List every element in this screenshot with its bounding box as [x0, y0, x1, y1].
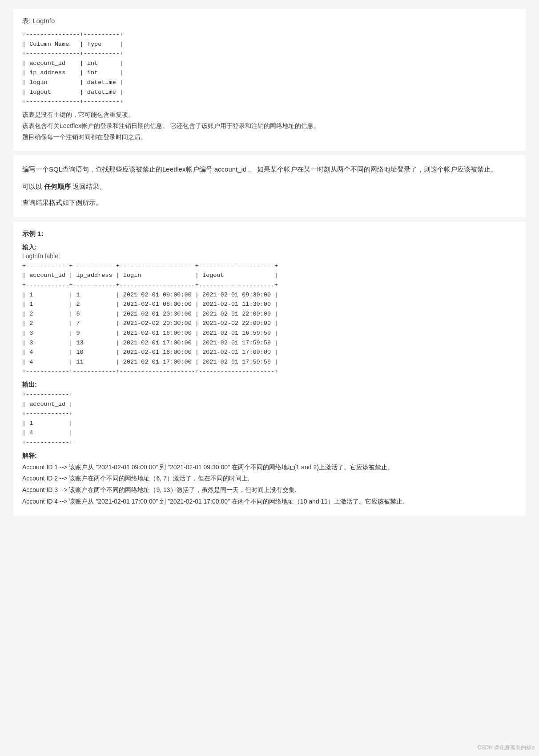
example-section: 示例 1: 输入: LogInfo table: +------------+-…: [13, 222, 526, 516]
explain-text: Account ID 1 --> 该账户从 "2021-02-01 09:00:…: [22, 462, 517, 508]
explain-label: 解释:: [22, 452, 517, 460]
input-pre: +------------+------------+-------------…: [22, 261, 517, 376]
desc-text: 该表是没有主键的，它可能包含重复项。 该表包含有关Leetflex帐户的登录和注…: [22, 109, 517, 143]
input-table-name: LogInfo table:: [22, 252, 517, 260]
desc-line-1: 该表是没有主键的，它可能包含重复项。: [22, 111, 134, 118]
any-order-line: 可以以 任何顺序 返回结果。: [22, 180, 517, 193]
output-pre: +------------+ | account_id | +---------…: [22, 390, 517, 448]
any-order-suffix: 返回结果。: [72, 183, 106, 190]
query-format-text: 查询结果格式如下例所示。: [22, 196, 517, 209]
desc-line-3: 题目确保每一个注销时间都在登录时间之后。: [22, 133, 147, 140]
problem-desc-section: 编写一个SQL查询语句，查找那些应该被禁止的Leetflex帐户编号 accou…: [13, 155, 526, 217]
explain-line-1: Account ID 1 --> 该账户从 "2021-02-01 09:00:…: [22, 464, 394, 471]
output-label: 输出:: [22, 381, 517, 389]
example-title: 示例 1:: [22, 230, 517, 238]
explain-line-2: Account ID 2 --> 该账户在两个不同的网络地址（6, 7）激活了，…: [22, 475, 249, 482]
explain-line-3: Account ID 3 --> 该账户在两个不同的网络地址（9, 13）激活了…: [22, 486, 296, 493]
any-order-text: 可以以: [22, 183, 42, 190]
table-label: 表: LogInfo: [22, 17, 517, 25]
schema-section: 表: LogInfo +---------------+----------+ …: [13, 9, 526, 151]
explain-line-4: Account ID 4 --> 该账户从 "2021-02-01 17:00:…: [22, 498, 404, 505]
any-order-bold: 任何顺序: [44, 183, 71, 190]
schema-pre: +---------------+----------+ | Column Na…: [22, 30, 517, 107]
desc-line-2: 该表包含有关Leetflex帐户的登录和注销日期的信息。 它还包含了该账户用于登…: [22, 122, 320, 129]
input-label: 输入:: [22, 244, 517, 252]
problem-desc: 编写一个SQL查询语句，查找那些应该被禁止的Leetflex帐户编号 accou…: [22, 163, 517, 176]
